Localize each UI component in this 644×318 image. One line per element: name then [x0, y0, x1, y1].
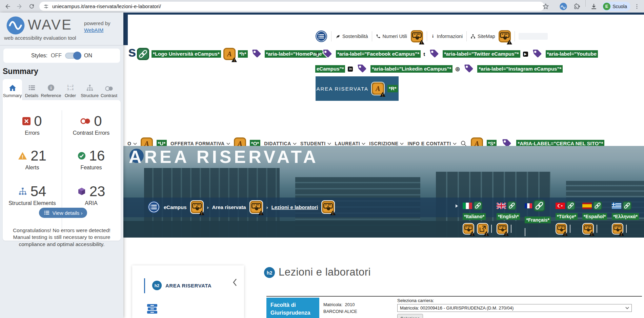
tab-structure[interactable]: Structure	[80, 79, 99, 100]
flag-greece[interactable]	[612, 203, 621, 209]
alert-external-link-icon[interactable]	[477, 223, 488, 235]
collapse-chevron-icon[interactable]	[233, 278, 237, 286]
nav-item-iscrizione[interactable]: ISCRIZIONE	[369, 141, 404, 146]
view-details-button[interactable]: View details ›	[39, 208, 87, 218]
styles-toggle[interactable]	[65, 53, 81, 59]
tab-order[interactable]: 1→23→4 Order	[61, 79, 80, 100]
alert-touch-icon[interactable]	[612, 223, 623, 235]
utility-nav: Sostenibilità Numeri Utili i Informazion…	[315, 30, 548, 42]
extensions-icon[interactable]	[573, 0, 580, 13]
alert-touch-icon[interactable]	[499, 30, 511, 42]
aria-label-icon[interactable]	[356, 63, 368, 75]
address-bar[interactable]: uniecampus.it/area-riservata/lezioni-e-l…	[39, 2, 544, 11]
nav-item-didattica[interactable]: DIDATTICA	[264, 141, 297, 146]
linkedin-icon[interactable]: in	[348, 67, 353, 72]
tab-summary[interactable]: Summary	[3, 79, 22, 100]
alert-touch-icon[interactable]	[411, 30, 423, 42]
career-select[interactable]: Matricola: 002009416 - GIURISPRUDENZA (D…	[397, 304, 632, 312]
stat-alerts: ! 21 Alerts	[3, 148, 62, 171]
twitter-icon[interactable]: t	[423, 51, 425, 57]
downloads-icon[interactable]	[590, 0, 597, 13]
utility-informazioni[interactable]: i Informazioni	[431, 34, 463, 39]
link-feature-icon[interactable]	[593, 201, 602, 210]
link-feature-icon[interactable]	[534, 200, 545, 211]
wave-annotation-francais: *Français*	[525, 217, 550, 223]
wave-annotation-facebook: *aria-label="Facebook eCampus"*	[336, 50, 421, 58]
nav-item-laureati[interactable]: LAUREATI	[335, 141, 366, 146]
alert-touch-icon[interactable]	[463, 223, 474, 235]
menu-circle-icon[interactable]	[315, 30, 327, 42]
link-feature-icon[interactable]	[566, 201, 575, 210]
social-links-row-1: f *aria-label="Facebook eCampus"* t *ari…	[317, 48, 598, 60]
facebook-icon[interactable]: f	[317, 51, 318, 57]
wave-annotation-youtube-1: *aria-label="Youtube	[546, 50, 598, 58]
matricola-value: 2010	[345, 302, 355, 307]
info-circle-icon: i	[47, 84, 55, 91]
forward-icon[interactable]	[14, 1, 24, 12]
nav-item-ateneo[interactable]: O	[127, 141, 137, 146]
sidebar-item-area-riservata[interactable]: AREA RISERVATA	[165, 283, 212, 288]
instagram-icon[interactable]: ◎	[455, 66, 460, 72]
flag-uk[interactable]	[497, 203, 506, 209]
linked-image-feature-icon[interactable]	[137, 48, 149, 60]
alert-touch-icon[interactable]	[556, 223, 567, 235]
area-riservata-button[interactable]: AREA RISERVATA *R*	[316, 76, 399, 101]
flag-france[interactable]	[525, 203, 532, 208]
breadcrumb-home[interactable]: eCampus	[164, 204, 187, 210]
section-sidebar: AREA RISERVATA	[132, 265, 244, 318]
nav-item-offerta-formativa[interactable]: OFFERTA FORMATIVA	[170, 141, 230, 146]
webaim-link[interactable]: WebAIM	[84, 27, 103, 33]
alert-icon[interactable]	[371, 82, 385, 95]
link-feature-icon[interactable]	[623, 201, 631, 210]
stat-aria: 23 ARIA	[62, 183, 121, 206]
logo-annotation-row: *Logo Università eCampus* *h* *aria-labe…	[137, 48, 328, 60]
bookmark-star[interactable]	[542, 0, 549, 13]
alert-icon[interactable]	[223, 48, 236, 60]
alert-touch-icon[interactable]	[582, 223, 594, 235]
lang-marker-icon	[456, 204, 458, 208]
alert-touch-icon[interactable]	[497, 223, 508, 235]
student-name: BARCONI ALICE	[323, 308, 357, 315]
page-top-border	[123, 13, 644, 15]
youtube-icon[interactable]: ▶	[523, 52, 528, 57]
reload-icon[interactable]	[26, 1, 37, 12]
wave-extension-icon[interactable]	[559, 0, 567, 13]
link-feature-icon[interactable]	[474, 201, 482, 210]
profile-chip[interactable]: E Scuola	[602, 0, 630, 13]
nav-item-info-contatti[interactable]: INFO E CONTATTI	[407, 141, 456, 146]
aria-label-icon[interactable]	[462, 63, 475, 75]
breadcrumb: eCampus › Area riservata › Lezioni e lab…	[147, 200, 335, 214]
aria-label-icon[interactable]	[531, 48, 543, 60]
breadcrumb-area-riservata[interactable]: Area riservata	[212, 204, 246, 210]
breadcrumb-current[interactable]: Lezioni e laboratori	[271, 204, 318, 210]
wave-logo-icon	[6, 16, 25, 35]
menu-kebab-icon[interactable]	[634, 0, 640, 13]
styles-off-label: OFF	[51, 53, 62, 59]
utility-sostenibilita[interactable]: Sostenibilità	[335, 34, 368, 39]
flag-italy[interactable]	[463, 203, 472, 209]
wave-annotation-twitter: *aria-label="Twitter eCampus"*	[443, 50, 520, 58]
language-switcher: *Italiano* *English*	[456, 200, 639, 238]
flag-turkey[interactable]	[556, 203, 565, 209]
seleziona-button[interactable]: Seleziona	[397, 314, 423, 318]
link-feature-icon[interactable]	[507, 201, 516, 210]
menu-circle-icon[interactable]	[147, 201, 160, 213]
nav-item-studenti[interactable]: STUDENTI	[300, 141, 331, 146]
faded-element	[519, 33, 548, 40]
back-icon[interactable]	[3, 1, 13, 12]
tab-contrast[interactable]: Contrast	[99, 79, 119, 100]
aria-label-icon[interactable]	[250, 48, 262, 60]
utility-numeri-utili[interactable]: Numeri Utili	[376, 34, 407, 39]
flag-spain[interactable]	[582, 203, 592, 209]
ecampus-logo[interactable]: s	[128, 44, 136, 60]
alert-touch-icon[interactable]	[321, 200, 335, 214]
aria-label-icon[interactable]	[321, 48, 333, 60]
list-icon	[28, 85, 36, 91]
page-title: Lezioni e laboratori	[279, 266, 371, 278]
alert-touch-icon[interactable]	[190, 200, 204, 214]
aria-label-icon[interactable]	[428, 48, 440, 60]
utility-sitemap[interactable]: SiteMap	[470, 34, 495, 39]
tab-details[interactable]: Details	[22, 79, 41, 100]
tab-reference[interactable]: i Reference	[41, 79, 61, 100]
alert-touch-icon[interactable]	[249, 200, 263, 214]
